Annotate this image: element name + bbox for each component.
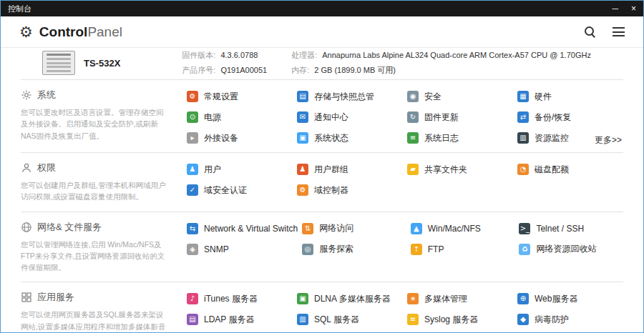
item-label: Syslog 服务器 <box>424 314 478 326</box>
close-icon[interactable]: × <box>631 1 636 16</box>
item-shared-folders[interactable]: ▰共享文件夹 <box>407 164 513 175</box>
notification-center-icon: ✉ <box>297 111 308 123</box>
item-snmp[interactable]: ◈SNMP <box>187 244 298 255</box>
item-hardware[interactable]: ▦硬件 <box>517 91 623 102</box>
section-left: 网络& 文件服务 您可以管理网络连接,启用 Win/Mac/NFS及FTP来分享… <box>21 219 187 274</box>
system-logs-icon: ≡ <box>407 132 419 144</box>
applications-section-icon <box>21 292 32 303</box>
firmware-update-icon: ↻ <box>407 111 419 123</box>
item-sql-server[interactable]: ▥SQL 服务器 <box>297 314 403 325</box>
processor-label: 处理器: <box>291 51 317 59</box>
item-ftp[interactable]: ↑FTP <box>411 244 515 255</box>
processor-row: 处理器:Annapurna Labs Alpine AL324 Quad-cor… <box>291 50 591 61</box>
item-system-status[interactable]: ▣系统状态 <box>297 132 403 144</box>
item-label: SNMP <box>204 244 229 254</box>
sql-server-icon: ▥ <box>297 314 308 325</box>
window-title: 控制台 <box>8 4 31 14</box>
sections: 系统 您可以更改时区及语言设置。管理存储空间及外接设备。启用通知及安全防护,或刷… <box>1 79 643 332</box>
item-notification-center[interactable]: ✉通知中心 <box>297 111 403 123</box>
item-dlna-server[interactable]: ▣DLNA 多媒体服务器 <box>297 293 403 304</box>
window-controls: ─ × <box>612 1 636 16</box>
item-label: 磁盘配额 <box>535 164 569 176</box>
item-label: 网络访问 <box>319 222 353 234</box>
section-title: 应用服务 <box>37 291 74 304</box>
item-win-mac-nfs[interactable]: ▲Win/Mac/NFS <box>411 223 515 234</box>
item-label: 备份/恢复 <box>535 111 571 124</box>
search-icon[interactable] <box>585 26 595 37</box>
item-network-recycle-bin[interactable]: ♻网络资源回收站 <box>519 244 623 255</box>
menu-icon[interactable] <box>613 27 625 36</box>
item-label: iTunes 服务器 <box>204 293 258 305</box>
item-label: SQL 服务器 <box>314 314 359 326</box>
item-syslog-server[interactable]: ≡Syslog 服务器 <box>407 314 513 325</box>
item-label: 共享文件夹 <box>424 164 467 176</box>
more-link[interactable]: 更多>> <box>595 134 622 146</box>
item-users[interactable]: ♟用户 <box>187 164 293 175</box>
item-label: 资源监控 <box>535 132 569 144</box>
item-label: 常规设置 <box>204 91 238 103</box>
system-section-icon <box>21 89 32 101</box>
device-info-bar: TS-532X 固件版本:4.3.6.0788 产品序号:Q191A00051 … <box>1 48 643 79</box>
item-firmware-update[interactable]: ↻固件更新 <box>407 111 513 123</box>
section-applications: 应用服务 您可以使用网页服务器及SQL服务器来架设网站,设置多媒体应用程序和增加… <box>21 282 623 332</box>
item-label: 通知中心 <box>314 111 348 124</box>
device-info-col-2: 处理器:Annapurna Labs Alpine AL324 Quad-cor… <box>291 50 591 76</box>
app-header: ⚙ ControlPanel <box>1 16 643 48</box>
firmware-version-label: 固件版本: <box>182 51 215 59</box>
resource-monitor-icon: ▥ <box>517 132 529 144</box>
network-recycle-bin-icon: ♻ <box>519 244 530 255</box>
serial-number-value: Q191A00051 <box>220 66 267 74</box>
item-user-groups[interactable]: ♟用户群组 <box>297 164 403 175</box>
dlna-server-icon: ▣ <box>297 293 308 304</box>
item-label: Web服务器 <box>535 293 577 305</box>
item-label: DLNA 多媒体服务器 <box>314 293 391 305</box>
item-label: Telnet / SSH <box>536 224 584 234</box>
item-web-server[interactable]: ⊕Web服务器 <box>517 293 623 304</box>
web-server-icon: ⊕ <box>517 293 529 304</box>
item-general-settings[interactable]: ⚙常规设置 <box>187 91 293 102</box>
item-telnet-ssh[interactable]: >_Telnet / SSH <box>519 223 623 234</box>
item-label: 电源 <box>204 111 221 124</box>
item-multimedia-management[interactable]: ∗多媒体管理 <box>407 293 513 304</box>
item-label: 服务探索 <box>319 243 353 255</box>
item-system-logs[interactable]: ≡系统日志 <box>407 132 513 144</box>
network-access-icon: ⇅ <box>302 223 313 234</box>
item-security[interactable]: ◉安全 <box>407 91 513 102</box>
titlebar: 控制台 ─ × <box>1 1 643 16</box>
item-external-device[interactable]: ▸外接设备 <box>187 132 293 144</box>
item-itunes-server[interactable]: ♪iTunes 服务器 <box>187 293 293 304</box>
app-title-bold: Control <box>39 24 88 39</box>
item-power[interactable]: ⊙电源 <box>187 111 293 123</box>
network-section-icon <box>21 222 32 233</box>
section-title: 系统 <box>37 89 56 101</box>
telnet-ssh-icon: >_ <box>519 223 530 234</box>
device-info-col-1: 固件版本:4.3.6.0788 产品序号:Q191A00051 <box>182 50 267 76</box>
item-domain-security[interactable]: ✓域安全认证 <box>187 184 293 196</box>
section-system: 系统 您可以更改时区及语言设置。管理存储空间及外接设备。启用通知及安全防护,或刷… <box>21 79 623 152</box>
serial-number-label: 产品序号: <box>182 66 215 74</box>
device-info: 固件版本:4.3.6.0788 产品序号:Q191A00051 处理器:Anna… <box>182 50 591 76</box>
memory-row: 内存:2 GB (1899.0 MB 可用) <box>291 65 591 76</box>
app-title-light: Panel <box>87 24 122 39</box>
item-backup-restore[interactable]: ⇄备份/恢复 <box>517 111 623 123</box>
users-icon: ♟ <box>187 164 198 175</box>
minimize-icon[interactable]: ─ <box>612 1 618 16</box>
item-domain-controller[interactable]: ⚙域控制器 <box>297 184 403 196</box>
external-device-icon: ▸ <box>187 132 198 144</box>
app-title: ControlPanel <box>39 24 122 40</box>
item-label: 病毒防护 <box>535 314 569 326</box>
item-label: 存储与快照总管 <box>314 91 374 103</box>
item-network-virtual-switch[interactable]: ⇆Network & Virtual Switch <box>187 223 298 234</box>
item-network-access[interactable]: ⇅网络访问 <box>302 223 406 234</box>
firmware-version-value: 4.3.6.0788 <box>220 51 258 59</box>
service-discovery-icon: ◎ <box>302 244 313 255</box>
domain-controller-icon: ⚙ <box>297 184 308 196</box>
item-quota[interactable]: ◔磁盘配额 <box>517 164 623 175</box>
item-ldap-server[interactable]: ▤LDAP 服务器 <box>187 314 293 325</box>
domain-security-icon: ✓ <box>187 184 198 196</box>
item-service-discovery[interactable]: ◎服务探索 <box>302 244 406 255</box>
item-storage-snapshots[interactable]: ▤存储与快照总管 <box>297 91 403 102</box>
network-virtual-switch-icon: ⇆ <box>187 223 198 234</box>
hardware-icon: ▦ <box>517 91 529 102</box>
item-antivirus[interactable]: ◆病毒防护 <box>517 314 623 325</box>
